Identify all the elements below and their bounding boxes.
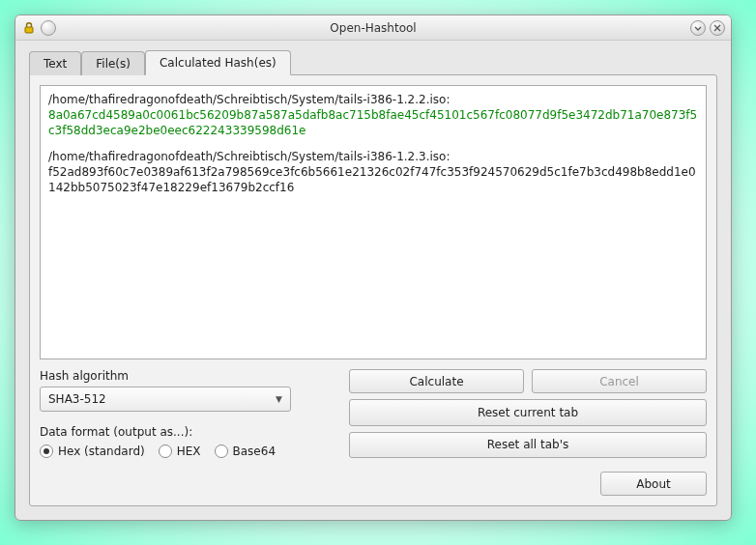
radio-label: HEX [177, 445, 201, 458]
result-hash: f52ad893f60c7e0389af613f2a798569ce3fc6b5… [48, 164, 698, 195]
radio-dot-icon [215, 445, 228, 458]
tab-bar: Text File(s) Calculated Hash(es) [29, 50, 717, 74]
algorithm-label: Hash algorithm [40, 369, 330, 383]
radio-hex-standard[interactable]: Hex (standard) [40, 445, 145, 458]
format-label: Data format (output as...): [40, 425, 330, 439]
algorithm-select[interactable]: SHA3-512 ▼ [40, 387, 291, 412]
radio-hex-upper[interactable]: HEX [159, 445, 201, 458]
window-menu-button[interactable] [41, 20, 56, 36]
radio-label: Base64 [233, 445, 276, 458]
radio-base64[interactable]: Base64 [215, 445, 276, 458]
reset-all-tabs-button[interactable]: Reset all tab's [349, 432, 707, 459]
format-radio-group: Hex (standard) HEX Base64 [40, 445, 330, 458]
content-area: Text File(s) Calculated Hash(es) /home/t… [15, 41, 731, 520]
tab-files[interactable]: File(s) [81, 51, 145, 75]
titlebar: Open-Hashtool [15, 15, 731, 41]
svg-rect-0 [25, 27, 33, 33]
minimize-button[interactable] [690, 20, 706, 36]
cancel-button[interactable]: Cancel [532, 369, 707, 393]
radio-dot-icon [40, 445, 53, 458]
result-path: /home/thafiredragonofdeath/Schreibtisch/… [48, 92, 698, 107]
reset-current-tab-button[interactable]: Reset current tab [349, 399, 707, 426]
about-button[interactable]: About [600, 472, 707, 496]
result-path: /home/thafiredragonofdeath/Schreibtisch/… [48, 149, 698, 164]
radio-label: Hex (standard) [58, 445, 145, 458]
chevron-down-icon: ▼ [276, 394, 282, 404]
result-hash-verified: 8a0a67cd4589a0c0061bc56209b87a587a5dafb8… [48, 107, 698, 138]
algorithm-value: SHA3-512 [48, 392, 106, 406]
calculate-button[interactable]: Calculate [349, 369, 524, 393]
tab-text[interactable]: Text [29, 51, 81, 75]
radio-dot-icon [159, 445, 172, 458]
tab-calculated[interactable]: Calculated Hash(es) [145, 50, 291, 75]
lock-icon [21, 20, 37, 36]
tab-panel-calculated: /home/thafiredragonofdeath/Schreibtisch/… [29, 74, 717, 506]
hash-output[interactable]: /home/thafiredragonofdeath/Schreibtisch/… [40, 85, 707, 359]
close-button[interactable] [710, 20, 725, 36]
window-title: Open-Hashtool [15, 21, 731, 35]
app-window: Open-Hashtool Text File(s) Calculated Ha… [15, 14, 732, 521]
